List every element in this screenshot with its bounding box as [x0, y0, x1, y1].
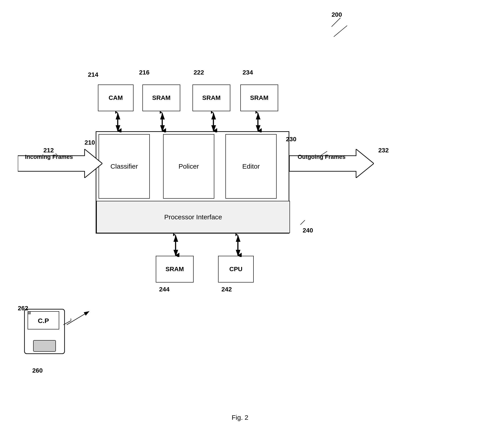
- svg-line-4: [334, 26, 347, 37]
- block-classifier: Classifier: [99, 134, 150, 199]
- ref-234: 234: [243, 69, 253, 76]
- block-editor: Editor: [226, 134, 277, 199]
- chip-sram-bottom: SRAM: [156, 256, 194, 282]
- floppy-disk-icon: C.P: [22, 307, 71, 365]
- ref-240: 240: [303, 227, 313, 234]
- sram216-arrow: [160, 111, 166, 132]
- cpu-arrow: [235, 234, 242, 257]
- svg-text:C.P: C.P: [38, 317, 49, 324]
- chip-sram-234: SRAM: [240, 84, 278, 111]
- svg-rect-21: [28, 311, 30, 314]
- ref-244: 244: [159, 286, 169, 293]
- ref-242: 242: [221, 286, 232, 293]
- processor-interface-bar: Processor Interface: [96, 201, 290, 233]
- ref-200: 200: [332, 11, 342, 18]
- ref-232: 232: [378, 147, 389, 154]
- chip-sram-222: SRAM: [192, 84, 230, 111]
- sram-bottom-arrow: [173, 234, 180, 257]
- svg-line-15: [300, 220, 305, 225]
- fig-label: Fig. 2: [232, 414, 248, 421]
- ref-214: 214: [88, 71, 98, 78]
- ref-230: 230: [286, 136, 296, 143]
- sram234-arrow: [255, 111, 262, 132]
- chip-sram-216: SRAM: [142, 84, 180, 111]
- ref-260: 260: [32, 367, 43, 374]
- chip-cam: CAM: [98, 84, 134, 111]
- cam-arrow: [115, 111, 122, 132]
- chip-cpu: CPU: [218, 256, 254, 282]
- svg-line-25: [67, 311, 89, 325]
- ref-210: 210: [85, 139, 95, 146]
- ref-262: 262: [18, 305, 28, 312]
- ref-212: 212: [43, 147, 54, 154]
- svg-rect-22: [33, 340, 56, 351]
- block-policer: Policer: [163, 134, 214, 199]
- floppy-arrow: [67, 309, 93, 327]
- incoming-frames-label: Incoming Frames: [21, 154, 77, 160]
- ref-216: 216: [139, 69, 149, 76]
- outgoing-frames-label: Outgoing Frames: [293, 154, 351, 160]
- sram222-arrow: [211, 111, 218, 132]
- main-asic-block: Classifier Policer Editor Processor Inte…: [96, 131, 289, 234]
- ref-222: 222: [194, 69, 204, 76]
- diagram-container: 200 214 CAM 216 SRAM 222 SRAM 220 234 SR…: [0, 0, 480, 448]
- svg-line-11: [332, 18, 340, 27]
